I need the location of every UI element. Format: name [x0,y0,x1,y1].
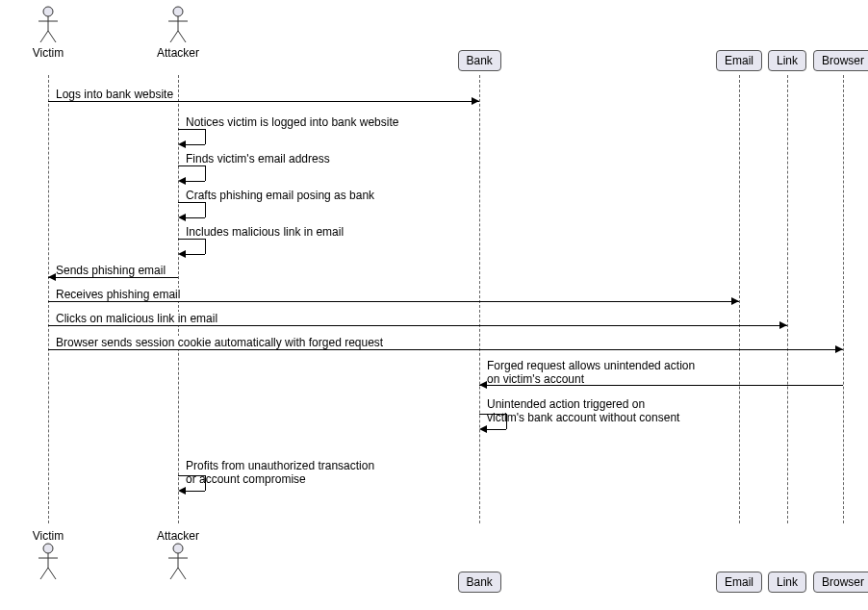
message-arrow [48,301,739,302]
message-label: Unintended action triggered onvictim's b… [487,398,679,425]
participant-link: Link [768,50,806,71]
message-label: Profits from unauthorized transactionor … [186,460,374,487]
actor-victim: Victim [19,6,77,60]
svg-line-9 [48,568,56,579]
svg-line-8 [40,568,48,579]
svg-point-10 [173,7,183,16]
actor-attacker: Attacker [149,6,207,60]
actor-icon [166,6,190,44]
arrow-head-icon [178,140,186,148]
message-label: Receives phishing email [56,288,180,301]
svg-line-19 [178,568,186,579]
message-label: Sends phishing email [56,264,166,277]
participant-email: Email [716,50,762,71]
participant-email: Email [716,572,762,593]
svg-line-3 [40,31,48,42]
lifeline-browser [843,75,844,523]
message-label: Browser sends session cookie automatical… [56,336,383,349]
message-arrow [48,101,479,102]
message-label: Clicks on malicious link in email [56,312,217,325]
participant-browser: Browser [813,572,868,593]
message-label: Finds victim's email address [186,152,330,165]
arrow-head-icon [479,381,487,389]
message-arrow [479,385,843,386]
arrow-head-icon [178,177,186,185]
arrow-head-icon [479,425,487,433]
svg-line-14 [178,31,186,42]
svg-line-18 [170,568,178,579]
message-label: Logs into bank website [56,88,173,101]
svg-point-0 [43,7,53,16]
message-label: Forged request allows unintended actiono… [487,360,695,387]
participant-link: Link [768,572,806,593]
svg-line-4 [48,31,56,42]
svg-point-5 [43,544,53,553]
arrow-head-icon [48,273,56,281]
message-arrow [48,325,787,326]
participant-browser: Browser [813,50,868,71]
actor-label: Victim [19,529,77,543]
actor-label: Victim [19,46,77,60]
message-label: Includes malicious link in email [186,225,344,239]
lifeline-email [739,75,740,523]
actor-attacker: Attacker [149,527,207,581]
svg-line-13 [170,31,178,42]
actor-icon [37,543,60,581]
arrow-head-icon [731,297,739,305]
lifeline-bank [479,75,480,523]
message-arrow [48,349,843,350]
actor-icon [166,543,190,581]
arrow-head-icon [835,345,843,353]
participant-bank: Bank [458,50,501,71]
message-arrow [48,277,178,278]
arrow-head-icon [178,214,186,221]
actor-label: Attacker [149,46,207,60]
message-label: Crafts phishing email posing as bank [186,189,374,202]
sequence-diagram: VictimVictimAttackerAttackerBankBankEmai… [0,0,868,610]
lifeline-link [787,75,788,523]
arrow-head-icon [779,321,787,329]
svg-point-15 [173,544,183,553]
participant-bank: Bank [458,572,501,593]
arrow-head-icon [178,487,186,495]
arrow-head-icon [472,97,479,105]
actor-icon [37,6,60,44]
lifeline-victim [48,75,49,523]
message-label: Notices victim is logged into bank websi… [186,115,398,129]
actor-label: Attacker [149,529,207,543]
actor-victim: Victim [19,527,77,581]
arrow-head-icon [178,250,186,258]
